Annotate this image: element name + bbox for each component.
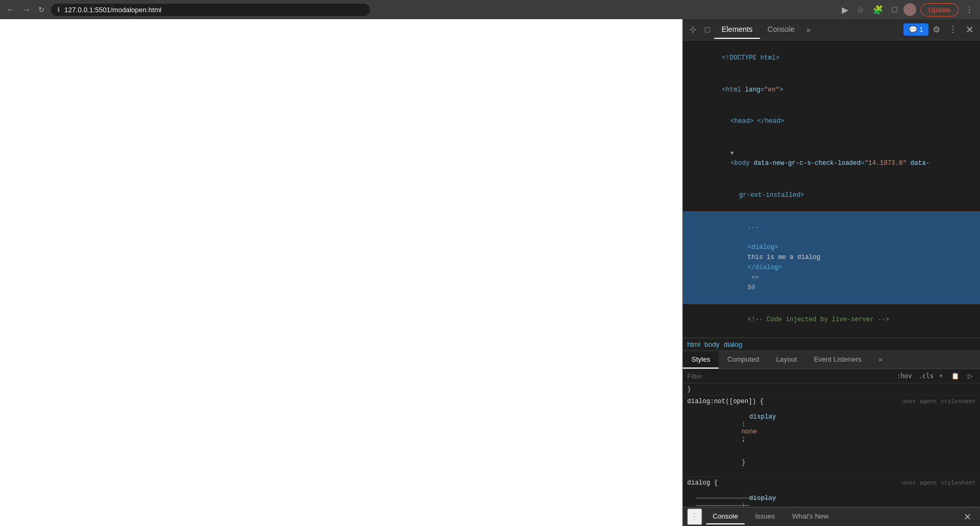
css-prop-display: display bbox=[741, 413, 776, 421]
expand-icon[interactable]: ▼ bbox=[731, 151, 734, 156]
bottom-bar: ⋮ Console Issues What's New ✕ bbox=[683, 507, 980, 526]
extensions-button[interactable]: 🧩 bbox=[871, 3, 885, 17]
bottom-dots-button[interactable]: ⋮ bbox=[687, 508, 702, 525]
stylesheet-button[interactable]: 📋 bbox=[948, 371, 962, 381]
address-bar-container: ℹ bbox=[51, 4, 370, 16]
dom-line: <!DOCTYPE html> bbox=[683, 43, 980, 74]
eq-sign: == bbox=[748, 274, 763, 281]
breadcrumb-dialog[interactable]: dialog bbox=[724, 340, 742, 348]
breadcrumb-bar: html body dialog bbox=[683, 338, 980, 351]
avatar bbox=[903, 3, 916, 16]
tab-issues[interactable]: Issues bbox=[749, 509, 782, 524]
style-panel: Styles Computed Layout Event Listeners »… bbox=[683, 351, 980, 507]
add-rule-button[interactable]: + bbox=[936, 371, 946, 381]
html-tag: <html lang="en"> bbox=[722, 86, 783, 94]
css-prop-line: display : none ; bbox=[687, 405, 976, 451]
new-rule-button[interactable]: ▷ bbox=[965, 371, 976, 381]
tab-computed[interactable]: Computed bbox=[719, 351, 767, 369]
inspect-element-button[interactable]: ⊹ bbox=[685, 21, 700, 38]
doctype-text: <!DOCTYPE html> bbox=[722, 54, 780, 62]
tab-console[interactable]: Console bbox=[760, 21, 802, 39]
css-selector: dialog:not([open]) { bbox=[687, 398, 764, 405]
css-prop-display-2: display bbox=[741, 495, 776, 502]
dom-line-dialog[interactable]: ... <dialog> this is me a dialog </dialo… bbox=[683, 211, 980, 304]
hov-label[interactable]: :hov bbox=[897, 372, 912, 380]
back-button[interactable]: ← bbox=[4, 3, 17, 16]
css-colon-2: : bbox=[741, 502, 749, 507]
dom-line: <head> </head> bbox=[683, 106, 980, 138]
dialog-text: this is me a dialog bbox=[748, 254, 821, 261]
devtools-panel: ⊹ □ Elements Console » 💬 1 ⚙ ⋮ ✕ <!DOCTY… bbox=[682, 19, 980, 526]
breadcrumb-html[interactable]: html bbox=[687, 340, 700, 348]
settings-button[interactable]: ⚙ bbox=[928, 22, 944, 37]
filter-bar: :hov .cls + 📋 ▷ bbox=[683, 369, 980, 383]
browser-actions: ▶ ☆ 🧩 □ Update ⋮ bbox=[840, 3, 976, 17]
reload-button[interactable]: ↻ bbox=[36, 3, 47, 16]
filter-input[interactable] bbox=[687, 372, 892, 380]
dom-dots: ... bbox=[748, 223, 759, 230]
dom-line-body-cont: gr-ext-installed> bbox=[683, 179, 980, 211]
css-colon: : bbox=[741, 421, 749, 428]
page-content bbox=[0, 19, 682, 526]
chat-button[interactable]: 💬 1 bbox=[903, 23, 928, 36]
body-tag: <body data-new-gr-c-s-check-loaded="14.1… bbox=[731, 160, 930, 167]
dialog-open-tag: <dialog> bbox=[748, 244, 779, 251]
style-tabs: Styles Computed Layout Event Listeners » bbox=[683, 351, 980, 369]
profile-button[interactable]: □ bbox=[890, 3, 899, 16]
devtools-menu-button[interactable]: ⋮ bbox=[944, 22, 961, 37]
browser-chrome: ← → ↻ ℹ ▶ ☆ 🧩 □ Update ⋮ bbox=[0, 0, 980, 19]
css-value-none: none bbox=[741, 428, 757, 436]
css-rule-header: dialog:not([open]) { user agent styleshe… bbox=[687, 398, 976, 405]
close-console-button[interactable]: ✕ bbox=[959, 509, 976, 525]
breadcrumb-body[interactable]: body bbox=[705, 340, 720, 348]
head-tag: <head> </head> bbox=[731, 118, 784, 125]
dom-line-comment: <!-- Code injected by live-server --> bbox=[683, 304, 980, 336]
close-brace: } bbox=[741, 459, 745, 466]
dom-panel: <!DOCTYPE html> <html lang="en"> <head> … bbox=[683, 40, 980, 338]
tab-more-styles[interactable]: » bbox=[870, 351, 891, 369]
css-rule-header-2: dialog { user agent stylesheet bbox=[687, 479, 976, 487]
dom-space bbox=[748, 233, 759, 240]
css-rules-panel: } dialog:not([open]) { user agent styles… bbox=[683, 383, 980, 507]
lock-icon: ℹ bbox=[57, 6, 60, 13]
tab-whats-new[interactable]: What's New bbox=[785, 509, 835, 524]
dom-line-body: ▼ <body data-new-gr-c-s-check-loaded="14… bbox=[683, 138, 980, 180]
menu-button[interactable]: ⋮ bbox=[963, 3, 976, 17]
tab-styles[interactable]: Styles bbox=[683, 351, 719, 369]
more-tabs-button[interactable]: » bbox=[802, 23, 815, 36]
forward-button[interactable]: → bbox=[20, 3, 33, 16]
tab-console-bottom[interactable]: Console bbox=[706, 509, 745, 524]
css-rule-dialog-not-open: dialog:not([open]) { user agent styleshe… bbox=[683, 396, 980, 477]
cls-label[interactable]: .cls bbox=[918, 372, 934, 380]
comment-text: <!-- Code injected by live-server --> bbox=[748, 316, 889, 323]
brace-text: } bbox=[687, 386, 691, 393]
dom-line: <html lang="en"> bbox=[683, 74, 980, 106]
css-semi: ; bbox=[741, 436, 745, 443]
bookmark-button[interactable]: ☆ bbox=[855, 3, 866, 17]
css-prop-display-block: display : block ; bbox=[687, 487, 976, 507]
css-source: user agent stylesheet bbox=[902, 398, 976, 405]
devtools-close-button[interactable]: ✕ bbox=[961, 22, 978, 38]
devtools-header-tabs: ⊹ □ Elements Console » 💬 1 ⚙ ⋮ ✕ bbox=[683, 19, 980, 40]
tab-event-listeners[interactable]: Event Listeners bbox=[805, 351, 870, 369]
css-selector-2: dialog { bbox=[687, 479, 718, 487]
device-toolbar-button[interactable]: □ bbox=[700, 22, 714, 38]
address-bar[interactable] bbox=[64, 6, 364, 14]
css-rule-dialog: dialog { user agent stylesheet display :… bbox=[683, 477, 980, 507]
tab-layout[interactable]: Layout bbox=[767, 351, 805, 369]
browser-controls: ← → ↻ bbox=[4, 3, 47, 16]
cast-button[interactable]: ▶ bbox=[840, 3, 850, 17]
body-tag-cont: gr-ext-installed> bbox=[739, 191, 804, 199]
css-closing: } bbox=[687, 451, 976, 474]
dialog-close-tag: </dialog> bbox=[748, 264, 782, 271]
main-layout: ⊹ □ Elements Console » 💬 1 ⚙ ⋮ ✕ <!DOCTY… bbox=[0, 19, 980, 526]
dollar-sign: $0 bbox=[748, 284, 755, 291]
tab-elements[interactable]: Elements bbox=[714, 21, 760, 39]
filter-actions: :hov .cls + 📋 ▷ bbox=[897, 371, 976, 381]
css-source-2: user agent stylesheet bbox=[902, 480, 976, 486]
update-button[interactable]: Update bbox=[920, 3, 959, 16]
css-closing-brace: } bbox=[683, 383, 980, 396]
